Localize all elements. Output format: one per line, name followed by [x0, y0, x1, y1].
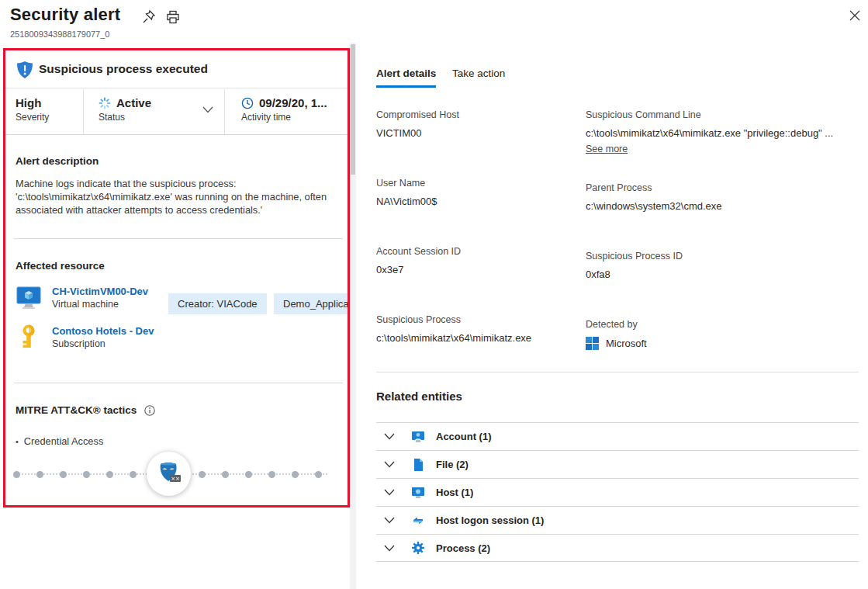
svg-text:××: ×× — [171, 476, 180, 482]
resource-virtual-machine: CH-VictimVM00-Dev Virtual machine — [16, 284, 148, 310]
field-label: Account Session ID — [376, 246, 578, 257]
timeline-dot — [199, 471, 206, 478]
timeline-dot — [83, 471, 90, 478]
resource-name-link[interactable]: CH-VictimVM00-Dev — [52, 286, 148, 297]
chevron-down-icon[interactable] — [384, 461, 395, 468]
activity-time-label: Activity time — [241, 112, 348, 123]
status-kpi[interactable]: Active Status — [83, 89, 224, 134]
timeline-dot — [222, 471, 229, 478]
field-label: Detected by — [586, 319, 787, 330]
activity-time-value: 09/29/20, 1... — [259, 96, 327, 109]
entity-row-host[interactable]: Host (1) — [376, 478, 859, 506]
field-value: VICTIM00 — [376, 127, 578, 139]
resource-tag[interactable]: Demo_Applicati — [274, 293, 350, 314]
virtual-machine-icon — [16, 284, 42, 310]
field-label: Suspicious Command Line — [586, 109, 865, 120]
field-label: Suspicious Process ID — [586, 251, 787, 262]
entity-row-host-logon-session[interactable]: Host logon session (1) — [376, 506, 859, 534]
alert-kpi-strip: High Severity Active — [5, 89, 348, 135]
tab-alert-details[interactable]: Alert details — [376, 68, 436, 88]
key-icon — [16, 324, 42, 350]
field-value: NA\Victim00$ — [376, 196, 578, 207]
file-icon — [411, 458, 425, 472]
timeline-dot — [13, 471, 20, 478]
bullet: • — [16, 437, 19, 446]
timeline-dot — [60, 471, 67, 478]
status-label: Status — [99, 112, 224, 123]
resource-name-link[interactable]: Contoso Hotels - Dev — [52, 325, 154, 337]
field-value: c:\tools\mimikatz\x64\mimikatz.exe "priv… — [586, 127, 865, 139]
host-icon — [411, 486, 425, 500]
divider — [14, 238, 343, 239]
resource-subscription: Contoso Hotels - Dev Subscription — [16, 324, 154, 350]
status-value: Active — [116, 96, 151, 109]
field-account-session-id: Account Session ID 0x3e7 — [376, 246, 578, 275]
field-user-name: User Name NA\Victim00$ — [376, 178, 578, 207]
credential-access-stage[interactable]: ×× — [147, 452, 191, 496]
account-icon — [411, 430, 425, 444]
chevron-down-icon[interactable] — [384, 517, 395, 524]
entity-row-account[interactable]: Account (1) — [376, 422, 859, 450]
chevron-down-icon[interactable] — [202, 106, 213, 113]
alert-description-heading: Alert description — [16, 155, 99, 167]
field-detected-by: Detected by Microsoft — [586, 319, 787, 350]
mitre-tactics-heading: MITRE ATT&CK® tactics — [16, 404, 137, 416]
field-label: Compromised Host — [376, 109, 578, 120]
related-entities-heading: Related entities — [376, 390, 462, 403]
kill-chain-timeline: ×× — [5, 449, 348, 499]
resource-type: Subscription — [52, 338, 154, 349]
chevron-down-icon[interactable] — [384, 433, 395, 440]
tactic-item: •Credential Access — [16, 435, 103, 447]
pin-icon[interactable] — [141, 9, 157, 25]
alert-summary-panel: Suspicious process executed High Severit… — [3, 48, 350, 508]
field-parent-process: Parent Process c:\windows\system32\cmd.e… — [586, 182, 787, 212]
info-icon[interactable] — [144, 405, 155, 416]
chevron-down-icon[interactable] — [384, 489, 395, 496]
field-label: Suspicious Process — [376, 314, 578, 325]
microsoft-logo-icon — [586, 337, 599, 350]
severity-kpi: High Severity — [5, 89, 83, 134]
scrollbar-thumb[interactable] — [351, 44, 355, 175]
alert-shield-icon — [16, 61, 33, 79]
field-label: Parent Process — [586, 182, 787, 193]
vertical-scrollbar[interactable] — [350, 43, 356, 589]
field-label: User Name — [376, 178, 578, 189]
page-title: Security alert — [10, 5, 120, 25]
field-value: c:\windows\system32\cmd.exe — [586, 200, 787, 212]
divider — [376, 372, 859, 372]
see-more-link[interactable]: See more — [586, 144, 628, 154]
entity-label: File (2) — [436, 459, 469, 470]
activity-time-kpi: 09/29/20, 1... Activity time — [224, 89, 348, 134]
entity-label: Account (1) — [436, 431, 492, 442]
timeline-dot — [130, 471, 137, 478]
field-suspicious-process: Suspicious Process c:\tools\mimikatz\x64… — [376, 314, 578, 344]
entity-row-file[interactable]: File (2) — [376, 450, 859, 478]
timeline-dot — [315, 471, 322, 478]
alert-id: 2518009343988179077_0 — [10, 29, 109, 39]
field-compromised-host: Compromised Host VICTIM00 — [376, 109, 578, 139]
resource-type: Virtual machine — [52, 299, 148, 310]
alert-title: Suspicious process executed — [39, 62, 208, 76]
chevron-down-icon[interactable] — [384, 545, 395, 552]
timeline-dot — [268, 471, 275, 478]
entity-label: Process (2) — [436, 542, 490, 554]
field-suspicious-process-id: Suspicious Process ID 0xfa8 — [586, 251, 787, 280]
process-gear-icon — [411, 541, 425, 555]
related-entities-list: Account (1) File (2) Host (1) Host logon… — [376, 422, 859, 562]
entity-row-process[interactable]: Process (2) — [376, 534, 859, 562]
field-value: 0x3e7 — [376, 264, 578, 275]
affected-resource-heading: Affected resource — [16, 260, 105, 272]
timeline-dot — [245, 471, 252, 478]
resource-tag[interactable]: Creator: VIACode — [168, 293, 267, 314]
alert-title-row: Suspicious process executed — [5, 50, 348, 88]
field-value: 0xfa8 — [586, 269, 787, 280]
timeline-dot — [292, 471, 299, 478]
alert-description-text: Machine logs indicate that the suspiciou… — [16, 178, 334, 217]
timeline-dot — [36, 471, 43, 478]
timeline-dot — [106, 471, 113, 478]
close-icon[interactable] — [847, 8, 863, 23]
field-suspicious-command-line: Suspicious Command Line c:\tools\mimikat… — [586, 109, 865, 155]
tab-take-action[interactable]: Take action — [452, 68, 505, 85]
severity-value: High — [16, 96, 83, 109]
print-icon[interactable] — [165, 9, 181, 25]
